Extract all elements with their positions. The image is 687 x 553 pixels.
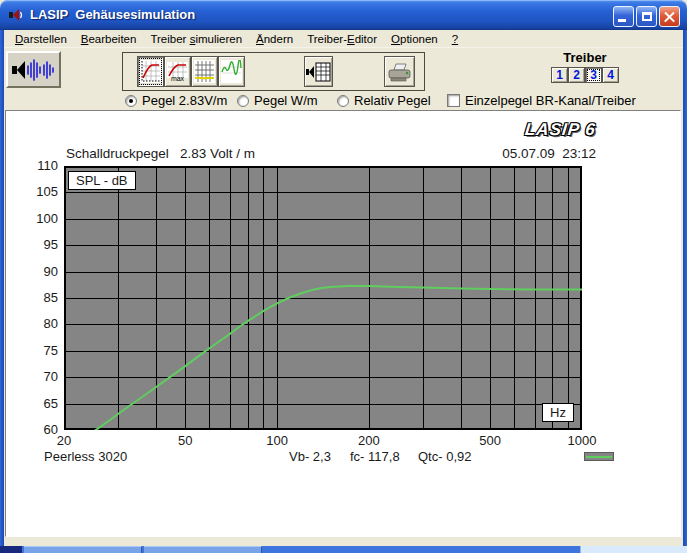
driver-table-button[interactable] [304, 56, 333, 87]
menu-bar: DarstellenBearbeitenTreiber simulierenÄn… [4, 30, 683, 48]
y-unit-box: SPL - dB [68, 171, 136, 190]
legend-line [586, 456, 612, 458]
maximize-button[interactable] [636, 6, 657, 27]
treiber-label: Treiber [545, 50, 625, 65]
plot-area [64, 166, 582, 430]
taskbar-button[interactable] [144, 546, 262, 553]
phase-chart-icon [221, 60, 242, 83]
radio-pegel-w-m[interactable]: Pegel W/m [237, 93, 318, 108]
title-bar[interactable]: LASIP Gehäusesimulation [0, 0, 687, 30]
driver-table-icon [306, 61, 332, 83]
radio-circle[interactable] [125, 95, 137, 107]
treiber-button-3[interactable]: 3 [585, 67, 602, 83]
radio-label: Pegel W/m [254, 93, 318, 108]
einzelpegel-label: Einzelpegel BR-Kanal/Treiber [465, 93, 636, 108]
status-qtc: Qtc- 0,92 [418, 449, 471, 464]
status-driver: Peerless 3020 [44, 449, 127, 464]
maximize-icon [642, 12, 652, 21]
toolbar-group: max [122, 52, 425, 91]
radio-label: Relativ Pegel [354, 93, 431, 108]
spl-chart-button[interactable] [137, 56, 164, 87]
window-border-left [0, 30, 4, 546]
speaker-logo-panel [6, 51, 61, 88]
spl-chart-icon [140, 60, 161, 83]
speaker-waveform-icon [11, 57, 57, 83]
chart-title: Schalldruckpegel 2.83 Volt / m [66, 146, 255, 161]
impedance-chart-icon [194, 60, 215, 83]
chart-timestamp: 05.07.09 23:12 [502, 146, 596, 161]
plot-svg [64, 166, 582, 430]
einzelpegel-checkbox-item[interactable]: Einzelpegel BR-Kanal/Treiber [447, 93, 636, 108]
close-button[interactable] [659, 6, 680, 27]
menu-item-bearbeiten[interactable]: Bearbeiten [74, 32, 144, 46]
x-axis-tick: 500 [465, 433, 515, 448]
menu-item-optionen[interactable]: Optionen [384, 32, 445, 46]
taskbar-button[interactable] [24, 546, 142, 553]
y-axis-tick: 95 [24, 237, 58, 252]
radio-relativ-pegel[interactable]: Relativ Pegel [337, 93, 431, 108]
lasip-logo: LASIP 6 [524, 120, 597, 140]
treiber-buttons: 1234 [551, 67, 619, 83]
x-axis-tick: 20 [39, 433, 89, 448]
menu-item--ndern[interactable]: Ändern [249, 32, 300, 46]
y-axis-tick: 105 [24, 184, 58, 199]
chart-panel: LASIP 6 Schalldruckpegel 2.83 Volt / m 0… [5, 110, 681, 537]
status-vb: Vb- 2,3 [289, 449, 331, 464]
y-axis-tick: 75 [24, 343, 58, 358]
app-window: LASIP Gehäusesimulation DarstellenBearbe… [0, 0, 687, 553]
impedance-chart-button[interactable] [191, 56, 218, 87]
y-axis-tick: 85 [24, 290, 58, 305]
pegel-options: Einzelpegel BR-Kanal/Treiber Pegel 2.83V… [4, 93, 683, 109]
radio-circle[interactable] [237, 95, 249, 107]
minimize-icon [618, 19, 626, 22]
y-axis-tick: 100 [24, 211, 58, 226]
taskbar-strip [0, 546, 687, 553]
taskbar-start[interactable] [0, 546, 22, 553]
einzelpegel-checkbox[interactable] [447, 94, 460, 107]
menu-item-?[interactable]: ? [445, 32, 465, 46]
spl-max-chart-button[interactable]: max [164, 56, 191, 87]
x-axis-tick: 1000 [557, 433, 607, 448]
menu-item-treiber-editor[interactable]: Treiber-Editor [300, 32, 384, 46]
printer-icon [387, 62, 413, 82]
toolbar: max [4, 48, 683, 110]
radio-circle[interactable] [337, 95, 349, 107]
x-axis-tick: 200 [344, 433, 394, 448]
window-title: LASIP Gehäusesimulation [30, 0, 195, 29]
legend-swatch [584, 452, 614, 461]
treiber-button-2[interactable]: 2 [568, 67, 585, 83]
menu-item-treiber-simulieren[interactable]: Treiber simulieren [143, 32, 249, 46]
close-icon [660, 7, 679, 26]
minimize-button[interactable] [613, 6, 634, 27]
x-axis-tick: 50 [160, 433, 210, 448]
y-axis-tick: 90 [24, 264, 58, 279]
y-axis-tick: 65 [24, 396, 58, 411]
print-button[interactable] [384, 56, 415, 87]
window-border-right [683, 30, 687, 546]
status-fc: fc- 117,8 [350, 449, 400, 464]
treiber-button-4[interactable]: 4 [602, 67, 619, 83]
taskbar-tray [580, 546, 687, 553]
menu-item-darstellen[interactable]: Darstellen [8, 32, 74, 46]
x-axis-tick: 100 [252, 433, 302, 448]
spl-max-caption: max [171, 76, 184, 82]
radio-pegel-2.83v-m[interactable]: Pegel 2.83V/m [125, 93, 227, 108]
radio-label: Pegel 2.83V/m [142, 93, 227, 108]
x-unit-box: Hz [542, 403, 574, 422]
y-axis-tick: 80 [24, 316, 58, 331]
treiber-button-1[interactable]: 1 [551, 67, 568, 83]
phase-chart-button[interactable] [218, 56, 245, 87]
app-icon [8, 7, 24, 23]
y-axis-tick: 70 [24, 369, 58, 384]
y-axis-tick: 110 [24, 158, 58, 173]
